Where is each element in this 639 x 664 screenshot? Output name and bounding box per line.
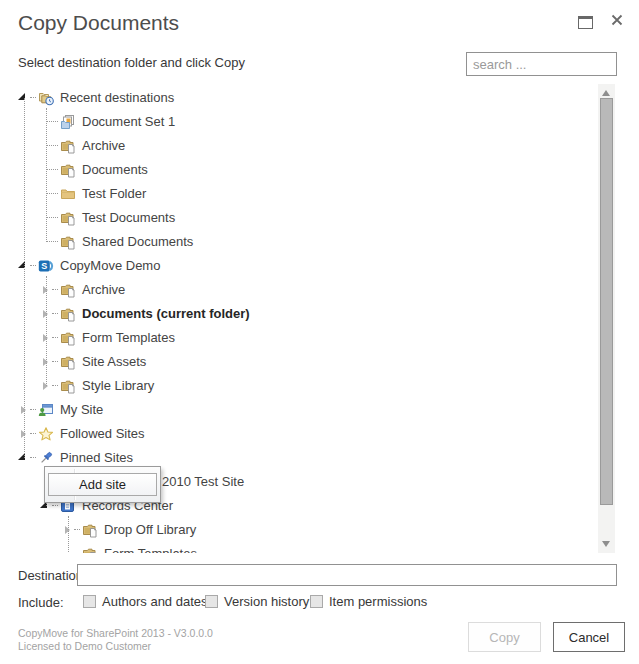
tree-item-label: Style Library [82, 378, 154, 394]
recent-destinations-icon [38, 90, 54, 106]
document-library-icon [82, 546, 98, 553]
scroll-down-icon[interactable] [602, 541, 610, 547]
tree-item-label: Archive [82, 282, 125, 298]
tree-connector [46, 217, 58, 218]
tree-connector [52, 337, 58, 338]
tree-connector [52, 289, 58, 290]
tree-connector [46, 108, 47, 242]
tree-connector [46, 193, 58, 194]
tree-item-form-templates[interactable]: Form Templates [0, 326, 598, 350]
document-library-icon [60, 210, 76, 226]
tree-connector [74, 529, 80, 530]
context-menu: Add site [44, 466, 161, 503]
tree-item-document-set-1[interactable]: Document Set 1 [0, 110, 598, 134]
close-button[interactable] [607, 12, 627, 30]
tree-item-label: Test Documents [82, 210, 175, 226]
checkbox-label: Version history [224, 594, 309, 609]
destination-input[interactable] [77, 564, 617, 586]
tree-item-label: My Site [60, 402, 103, 418]
checkbox-option-authors-and-dates[interactable]: Authors and dates [83, 593, 208, 609]
sharepoint-site-icon: S [38, 258, 54, 274]
document-library-icon [60, 330, 76, 346]
tree-item-site-assets[interactable]: Site Assets [0, 350, 598, 374]
checkbox-authors-and-dates[interactable] [83, 595, 96, 608]
instruction-text: Select destination folder and click Copy [18, 55, 245, 70]
document-set-icon [60, 114, 76, 130]
tree-scrollbar[interactable] [598, 84, 615, 553]
tree-item-label: Drop Off Library [104, 522, 196, 538]
tree-item-style-library[interactable]: Style Library [0, 374, 598, 398]
tree-item-label: Recent destinations [60, 90, 174, 106]
tree-item-test-documents[interactable]: Test Documents [0, 206, 598, 230]
tree-item-label: Archive [82, 138, 125, 154]
checkbox-version-history[interactable] [205, 595, 218, 608]
document-library-icon [60, 234, 76, 250]
tree-connector [52, 361, 58, 362]
maximize-icon [578, 16, 593, 29]
tree-item-shared-documents[interactable]: Shared Documents [0, 230, 598, 254]
document-library-icon [60, 138, 76, 154]
tree-item-label: Form Templates [82, 330, 175, 346]
document-library-icon [60, 354, 76, 370]
tree-connector [52, 313, 58, 314]
tree-connector [46, 121, 58, 122]
close-icon [610, 13, 624, 27]
svg-text:S: S [41, 261, 47, 271]
license-footer: CopyMove for SharePoint 2013 - V3.0.0.0 … [18, 627, 213, 653]
tree-item-label: Form Templates [104, 546, 197, 553]
checkbox-option-item-permissions[interactable]: Item permissions [310, 593, 427, 609]
tree-item-my-site[interactable]: My Site [0, 398, 598, 422]
tree-item-followed-sites[interactable]: Followed Sites [0, 422, 598, 446]
tree-connector [46, 145, 58, 146]
tree-item-label: Documents [82, 162, 148, 178]
tree-item-form-templates[interactable]: Form Templates [0, 542, 598, 553]
tree-item-label: CopyMove Demo [60, 258, 160, 274]
pinned-sites-icon [38, 450, 54, 466]
tree-item-label: Followed Sites [60, 426, 145, 442]
document-library-icon [60, 282, 76, 298]
search-input[interactable] [466, 52, 617, 76]
copy-button[interactable]: Copy [468, 622, 541, 652]
page-title: Copy Documents [18, 11, 179, 35]
tree-item-drop-off-library[interactable]: Drop Off Library [0, 518, 598, 542]
licensee-text: Licensed to Demo Customer [18, 640, 213, 653]
menu-item-add-site[interactable]: Add site [48, 473, 157, 496]
followed-sites-icon [38, 426, 54, 442]
folder-icon [60, 186, 76, 202]
my-site-icon [38, 402, 54, 418]
tree-connector [30, 457, 36, 458]
tree-item-label: Test Folder [82, 186, 146, 202]
include-label: Include: [18, 595, 64, 610]
tree-connector [52, 385, 58, 386]
tree-connector [24, 98, 25, 458]
tree-connector [46, 169, 58, 170]
scroll-up-icon[interactable] [602, 90, 610, 96]
tree-connector [30, 433, 36, 434]
scrollbar-thumb[interactable] [600, 98, 613, 505]
checkbox-item-permissions[interactable] [310, 595, 323, 608]
tree-item-documents-current-folder[interactable]: Documents (current folder) [0, 302, 598, 326]
cancel-button[interactable]: Cancel [553, 622, 625, 652]
maximize-button[interactable] [575, 12, 595, 30]
document-library-icon [60, 162, 76, 178]
tree-connector [30, 409, 36, 410]
tree-connector [46, 276, 47, 386]
tree-item-documents[interactable]: Documents [0, 158, 598, 182]
product-version-text: CopyMove for SharePoint 2013 - V3.0.0.0 [18, 627, 213, 640]
tree-item-label: Documents (current folder) [82, 306, 250, 322]
tree-connector [68, 516, 69, 553]
tree-item-label: Document Set 1 [82, 114, 175, 130]
tree-connector [52, 505, 58, 506]
tree-item-archive[interactable]: Archive [0, 278, 598, 302]
tree-item-label: Shared Documents [82, 234, 193, 250]
tree-item-label: 2010 Test Site [162, 474, 244, 490]
tree-item-archive[interactable]: Archive [0, 134, 598, 158]
tree-item-recent-destinations[interactable]: Recent destinations [0, 86, 598, 110]
checkbox-label: Item permissions [329, 594, 427, 609]
tree-item-test-folder[interactable]: Test Folder [0, 182, 598, 206]
tree-item-label: Site Assets [82, 354, 146, 370]
document-library-icon [60, 378, 76, 394]
document-library-icon [60, 306, 76, 322]
checkbox-option-version-history[interactable]: Version history [205, 593, 309, 609]
tree-item-copymove-demo[interactable]: SCopyMove Demo [0, 254, 598, 278]
